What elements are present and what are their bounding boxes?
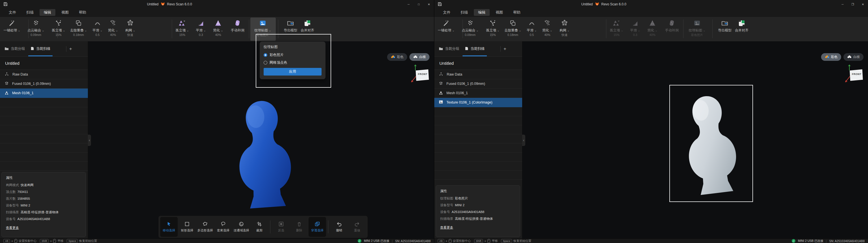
tool-rect-select[interactable]: 矩形选择 [178,217,196,237]
save-icon[interactable] [3,2,8,7]
title-bar[interactable]: Untitled Revo Scan 6.0.0 ─ □ ✕ [0,0,434,8]
toolbar-item-label: 平滑 [196,28,203,33]
tool-connected-region-select[interactable]: 连通域选择 [232,217,250,237]
property-row: 构网模式快速构网 [6,183,82,187]
list-item-raw-data[interactable]: Raw Data [0,70,88,79]
tool-through-select[interactable]: 穿透选择 [309,217,326,237]
window-mesh-edit: Untitled Revo Scan 6.0.0 ─ □ ✕ 文件 扫描 编辑 … [0,0,434,243]
toolbar-point-cloud-fuse[interactable]: 点云融合⌄0.09mm [458,19,482,37]
viewport-3d[interactable]: 彩色 白模 FRONT [522,41,868,239]
magic-wand-icon [442,19,450,28]
list-item-mesh[interactable]: Mesh 0106_1 [434,88,522,98]
menu-edit[interactable]: 编辑 [474,9,490,16]
see-more-link[interactable]: 查看更多 [6,226,19,230]
gizmo-front-label: FRONT [418,73,428,76]
textured-bust-model[interactable] [678,92,744,195]
key-badge: Space [501,239,512,243]
isolated-branch-icon [489,19,496,28]
maximize-button[interactable]: □ [414,0,424,8]
list-item-label: Texture 0106_1 (ColorImage) [446,101,493,104]
see-more-link[interactable]: 查看更多 [440,225,453,230]
toolbar-texture-map[interactable]: 纹理贴图⌄彩色照片 [685,19,709,37]
toggle-white-model[interactable]: 白模 [409,53,430,61]
color-cloud-icon [825,55,829,59]
navigation-cube[interactable]: FRONT [410,63,432,85]
toggle-color[interactable]: 彩色 [821,53,841,61]
save-icon[interactable] [438,2,442,7]
tool-undo[interactable]: 撤销 [330,217,348,237]
texture-image-icon [259,19,267,28]
purple-patch-icon [234,19,241,28]
mesh-bust-model[interactable] [229,96,300,209]
menu-help[interactable]: 帮助 [509,9,525,16]
apply-button[interactable]: 应用 [264,68,321,76]
menu-edit[interactable]: 编辑 [39,9,55,16]
tab-label: 当前扫描 [36,46,50,51]
tool-polygon-select[interactable]: 多边形选择 [196,217,214,237]
tool-lasso-select[interactable]: 套索选择 [214,217,232,237]
toolbar-mesh[interactable]: 构网⌄快速 [553,19,577,37]
tab-current-scan[interactable]: 当前扫描 [462,41,487,56]
menu-view[interactable]: 视图 [57,9,73,16]
list-item-label: Fused 0106_1 (0.09mm) [12,82,51,86]
navigation-cube[interactable]: FRONT [844,63,866,85]
toolbar-manual-hole-fill[interactable]: 手动补洞 [226,19,249,37]
toolbar-mesh[interactable]: 构网⌄快速 [118,19,142,37]
toolbar-point-cloud-fuse[interactable]: 点云融合⌄0.09mm [24,19,48,37]
menu-scan[interactable]: 扫描 [456,9,472,16]
add-scan-button[interactable]: + [66,46,75,52]
menu-file[interactable]: 文件 [439,9,455,16]
list-item-fused[interactable]: Fused 0106_1 (0.09mm) [0,79,88,88]
chevron-down-icon: ⌄ [567,29,569,32]
toggle-color[interactable]: 彩色 [387,53,407,61]
list-item-mesh[interactable]: Mesh 0106_1 [0,88,88,98]
list-item-label: Mesh 0106_1 [12,91,34,95]
app-title: Revo Scan 6.0.0 [167,2,192,6]
radio-mesh-vertex-color[interactable]: 网格顶点色 [264,60,321,65]
toolbar-one-key-process[interactable]: 一键处理⌄ [0,19,24,37]
menu-view[interactable]: 视图 [491,9,507,16]
status-bar: Alt+设置投影中心 Shift+平移 Space恢复初始位置 ✓MINI 2 … [0,239,434,243]
add-scan-button[interactable]: + [501,46,509,52]
list-item-raw-data[interactable]: Raw Data [434,70,522,79]
tool-move-select[interactable]: 移动选择 [160,217,178,237]
mesh-triangles-icon [4,91,9,96]
tool-label: 裁剪 [256,228,262,233]
title-bar[interactable]: Untitled Revo Scan 6.0.0 ─ ❐ ✕ [434,0,868,8]
close-button[interactable]: ✕ [858,0,868,8]
chevron-down-icon: ⌄ [550,29,552,32]
tab-current-group[interactable]: 当前分组 [436,41,462,56]
toolbar-manual-hole-fill[interactable]: 手动补洞 [660,19,684,37]
menu-file[interactable]: 文件 [4,9,20,16]
active-tab-underline [28,55,53,56]
toggle-label: 彩色 [397,55,403,59]
close-button[interactable]: ✕ [424,0,434,8]
chevron-down-icon: ⌄ [116,29,118,32]
mouse-icon [449,239,452,243]
tool-delete[interactable]: 删除 [290,217,308,237]
minimize-button[interactable]: ─ [403,0,414,8]
list-item-fused[interactable]: Fused 0106_1 (0.09mm) [434,79,522,88]
restore-button[interactable]: ❐ [848,0,858,8]
radio-color-photo[interactable]: 彩色照片 [264,53,321,57]
toolbar-merge-align[interactable]: 合并对齐 [730,19,753,37]
toggle-white-model[interactable]: 白模 [843,53,864,61]
collapse-sidebar-handle[interactable]: ‹ [88,135,91,146]
tab-current-group[interactable]: 当前分组 [2,41,28,56]
tool-label: 移动选择 [163,228,175,233]
tab-current-scan[interactable]: 当前扫描 [28,41,53,56]
tool-invert-selection[interactable]: 反选 [272,217,290,237]
isolated-branch-icon [55,19,62,28]
menu-help[interactable]: 帮助 [74,9,90,16]
menu-bar: 文件 扫描 编辑 视图 帮助 [434,8,868,17]
key-badge: Space [67,239,78,243]
list-item-texture[interactable]: Texture 0106_1 (ColorImage) [434,98,522,107]
tool-redo[interactable]: 重做 [348,217,366,237]
toolbar-one-key-process[interactable]: 一键处理⌄ [434,19,458,37]
smooth-arc-icon [94,19,101,28]
menu-scan[interactable]: 扫描 [22,9,38,16]
minimize-button[interactable]: ─ [837,0,848,8]
key-badge: Alt [3,239,10,243]
collapse-sidebar-handle[interactable]: ‹ [522,135,525,146]
tool-crop[interactable]: 裁剪 [251,217,268,237]
